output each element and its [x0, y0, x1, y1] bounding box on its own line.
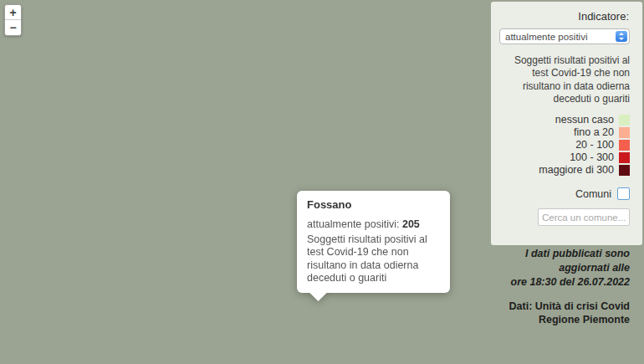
zoom-out-button[interactable]: −: [5, 20, 21, 35]
search-input[interactable]: [538, 208, 630, 226]
legend-swatch: [619, 152, 630, 163]
legend-swatch: [619, 140, 630, 151]
tooltip-metric-value: 205: [402, 218, 420, 230]
zoom-in-button[interactable]: +: [5, 5, 21, 20]
comuni-checkbox[interactable]: [617, 187, 630, 200]
indicator-select-value: attualmente positivi: [505, 32, 587, 42]
tooltip-title: Fossano: [307, 198, 440, 211]
choropleth-legend: nessun casofino a 2020 - 100100 - 300mag…: [499, 114, 630, 176]
legend-swatch: [619, 165, 630, 176]
update-note: I dati pubblicati sono aggiornati alle o…: [499, 247, 630, 290]
legend-label: nessun caso: [555, 114, 614, 126]
data-source: Dati: Unità di crisi Covid Regione Piemo…: [499, 300, 630, 327]
legend-swatch: [619, 127, 630, 138]
tooltip-metric-label: attualmente positivi:: [307, 218, 399, 230]
search-box: [499, 208, 630, 226]
tooltip-description: Soggetti risultati positivi al test Covi…: [307, 233, 440, 285]
comuni-label: Comuni: [575, 188, 611, 200]
legend-item: 100 - 300: [499, 151, 630, 163]
legend-label: 20 - 100: [575, 139, 614, 151]
legend-label: maggiore di 300: [539, 164, 614, 176]
legend-swatch: [619, 115, 630, 126]
map-zoom-control: + −: [4, 4, 22, 36]
map-tooltip: Fossano attualmente positivi: 205 Sogget…: [297, 191, 450, 293]
legend-item: fino a 20: [499, 126, 630, 138]
tooltip-metric: attualmente positivi: 205: [307, 218, 440, 230]
legend-label: 100 - 300: [570, 151, 614, 163]
select-stepper-icon: [616, 31, 627, 42]
legend-item: 20 - 100: [499, 139, 630, 151]
indicator-description: Soggetti risultati positivi al test Covi…: [499, 54, 630, 105]
legend-item: nessun caso: [499, 114, 630, 126]
comuni-row: Comuni: [499, 187, 630, 200]
legend-label: fino a 20: [574, 126, 614, 138]
indicator-label: Indicatore:: [499, 10, 629, 23]
indicator-select[interactable]: attualmente positivi: [499, 28, 630, 44]
control-panel: Indicatore: attualmente positivi Soggett…: [491, 2, 642, 245]
legend-item: maggiore di 300: [499, 164, 630, 176]
